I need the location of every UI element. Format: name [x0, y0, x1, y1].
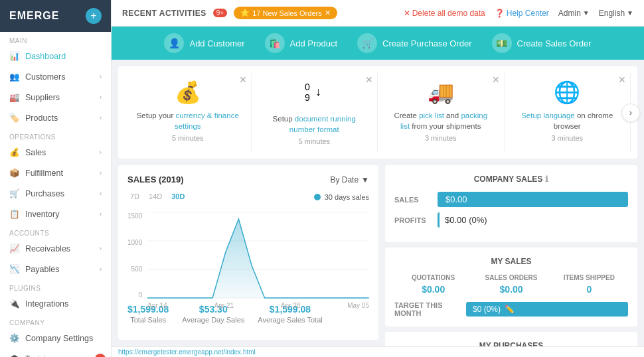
info-icon[interactable]: ℹ — [545, 175, 548, 184]
my-purchases-card: MY PURCHASES PURCHASING VALUE $2,800.00 … — [385, 332, 637, 346]
chevron-right-icon: › — [100, 190, 102, 197]
sidebar-item-suppliers[interactable]: 🏭 Suppliers › — [0, 87, 111, 107]
next-setup-button[interactable]: › — [621, 104, 640, 122]
profits-value: $0.00 (0%) — [438, 212, 628, 228]
status-bar: https://emergetester.emergeapp.net/index… — [112, 346, 644, 357]
sidebar-item-training[interactable]: 🎓 Training 3 — [0, 348, 111, 357]
edit-icon[interactable]: ✏️ — [505, 305, 515, 314]
sidebar-item-customers[interactable]: 👥 Customers › — [0, 66, 111, 87]
setup-card-language: ✕ 🌐 Setup language on chrome browser 3 m… — [505, 73, 631, 152]
add-button[interactable]: + — [86, 8, 102, 24]
sidebar-item-purchases[interactable]: 🛒 Purchases › — [0, 183, 111, 204]
sales-badge[interactable]: ⭐ 17 New Sales Orders ✕ — [234, 7, 337, 19]
suppliers-icon: 🏭 — [9, 92, 20, 102]
chart-title: SALES (2019) — [127, 175, 184, 184]
training-icon: 🎓 — [9, 354, 20, 357]
sidebar-logo: EMERGE + — [0, 0, 111, 32]
card-time: 5 minutes — [298, 137, 330, 145]
total-sales-label: Total Sales — [127, 316, 169, 324]
chevron-right-icon: › — [100, 114, 102, 121]
fulfillment-icon: 📦 — [9, 168, 20, 178]
topbar-title: RECENT ACTIVITIES — [122, 9, 206, 18]
sidebar-item-label: Training — [25, 354, 55, 358]
help-center-link[interactable]: ❓ Help Center — [495, 9, 549, 18]
sidebar-item-label: Receivables — [25, 244, 70, 253]
chart-header: SALES (2019) By Date ▼ — [127, 175, 369, 184]
sidebar-item-sales[interactable]: 💰 Sales › — [0, 142, 111, 163]
sidebar-item-label: Company Settings — [25, 334, 93, 343]
card-title: Setup document running number format — [262, 113, 367, 135]
sidebar-item-products[interactable]: 🏷️ Products › — [0, 107, 111, 128]
sidebar-item-payables[interactable]: 📉 Payables › — [0, 259, 111, 279]
sidebar-item-fulfillment[interactable]: 📦 Fulfillment › — [0, 163, 111, 183]
section-label-plugins: Plugins — [0, 279, 111, 293]
sidebar-item-receivables[interactable]: 📈 Receivables › — [0, 238, 111, 259]
sidebar-item-label: Purchases — [25, 189, 64, 198]
sidebar-item-dashboard[interactable]: 📊 Dashboard — [0, 46, 111, 66]
sidebar-item-integrations[interactable]: 🔌 Integrations — [0, 293, 111, 314]
target-value: $0 (0%) ✏️ — [466, 302, 628, 317]
products-icon: 🏷️ — [9, 113, 20, 123]
content-area: SALES (2019) By Date ▼ 7D 14D 30D 30 day… — [112, 165, 644, 346]
language-menu[interactable]: English ▼ — [599, 9, 633, 18]
setup-card-currency: ✕ 💰 Setup your currency & finance settin… — [125, 73, 252, 152]
integrations-icon: 🔌 — [9, 299, 20, 309]
chart-periods: 7D 14D 30D — [127, 191, 187, 202]
delete-demo-link[interactable]: ✕ Delete all demo data — [404, 9, 485, 18]
create-purchase-order-button[interactable]: 🛒 Create Purchase Order — [357, 33, 471, 53]
section-label-main: Main — [0, 32, 111, 46]
sales-orders-label: SALES ORDERS — [472, 274, 550, 281]
add-product-button[interactable]: 🛍️ Add Product — [265, 33, 338, 53]
chart-filter[interactable]: By Date ▼ — [330, 175, 369, 184]
sidebar-item-label: Sales — [25, 148, 46, 157]
close-button[interactable]: ✕ — [239, 74, 247, 85]
card-time: 3 minutes — [551, 134, 583, 142]
chevron-right-icon: › — [100, 94, 102, 101]
chevron-right-icon: › — [100, 169, 102, 177]
add-product-icon: 🛍️ — [265, 33, 285, 53]
add-customer-button[interactable]: 👤 Add Customer — [164, 33, 244, 53]
sidebar-item-label: Fulfillment — [25, 169, 63, 178]
add-customer-label: Add Customer — [189, 38, 244, 48]
period-14d[interactable]: 14D — [146, 191, 165, 202]
shipment-icon: 🚚 — [428, 80, 454, 105]
company-sales-title: COMPANY SALES ℹ — [394, 175, 628, 184]
admin-menu[interactable]: Admin ▼ — [558, 9, 590, 18]
x-icon: ✕ — [404, 9, 410, 18]
document-link[interactable]: document running number format — [289, 115, 356, 133]
dashboard-icon: 📊 — [9, 51, 20, 61]
sales-orders-value: $0.00 — [472, 284, 550, 295]
create-sales-order-button[interactable]: 💵 Create Sales Order — [492, 33, 592, 53]
packing-list-link[interactable]: packing list — [400, 111, 487, 130]
period-7d[interactable]: 7D — [127, 191, 142, 202]
logo-text: EMERGE — [9, 10, 59, 22]
close-button[interactable]: ✕ — [365, 74, 373, 85]
currency-link[interactable]: currency & finance settings — [175, 111, 239, 130]
x-label: Apr 28 — [281, 302, 300, 309]
chart-section: SALES (2019) By Date ▼ 7D 14D 30D 30 day… — [118, 165, 378, 340]
y-label: 500 — [127, 265, 142, 273]
target-value-text: $0 (0%) — [473, 305, 501, 314]
admin-label: Admin — [558, 9, 581, 18]
my-sales-card: MY SALES QUOTATIONS $0.00 SALES ORDERS $… — [385, 248, 637, 326]
items-shipped-label: ITEMS SHIPPED — [550, 274, 628, 281]
sidebar-item-company-settings[interactable]: ⚙️ Company Settings — [0, 328, 111, 348]
period-30d[interactable]: 30D — [169, 191, 187, 202]
svg-text:0: 0 — [305, 82, 310, 92]
close-button[interactable]: ✕ — [618, 74, 626, 85]
chevron-right-icon: › — [100, 265, 102, 273]
sales-order-icon: 💵 — [492, 33, 512, 53]
chevron-right-icon: › — [100, 245, 102, 252]
close-button[interactable]: ✕ — [492, 74, 500, 85]
quotations-value: $0.00 — [394, 284, 472, 295]
setup-card-document: ✕ 0 9 ↓ Setup document running number fo… — [252, 73, 378, 152]
pick-list-link[interactable]: pick list — [419, 111, 444, 119]
sidebar-item-inventory[interactable]: 📋 Inventory › — [0, 204, 111, 224]
close-icon[interactable]: ✕ — [325, 9, 331, 17]
language-label: English — [599, 9, 625, 18]
help-center-label: Help Center — [507, 9, 549, 18]
svg-text:9: 9 — [305, 92, 310, 103]
profits-row: PROFITS $0.00 (0%) — [394, 212, 628, 228]
help-icon: ❓ — [495, 9, 505, 18]
language-setup-link[interactable]: Setup language — [521, 111, 575, 119]
